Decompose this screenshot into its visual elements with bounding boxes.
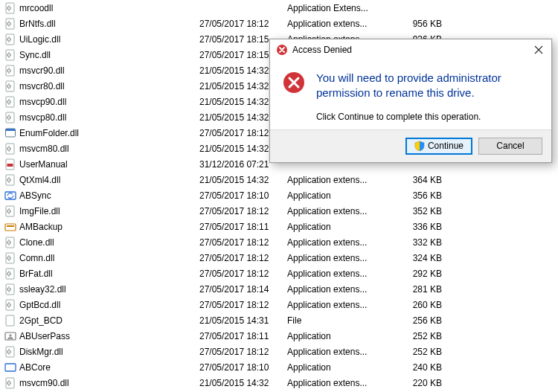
file-name-label: ABCore [19, 362, 51, 373]
file-name-label: ssleay32.dll [19, 284, 66, 295]
dll-icon [4, 65, 16, 77]
file-name-label: msvcm90.dll [19, 378, 69, 388]
close-icon[interactable] [532, 43, 545, 57]
file-name-label: ABSync [19, 190, 51, 201]
file-name-cell[interactable]: msvcp80.dll [4, 112, 199, 123]
dll-icon [4, 18, 16, 30]
continue-button[interactable]: Continue [405, 138, 472, 155]
file-name-cell[interactable]: AMBackup [4, 221, 199, 233]
file-name-label: AMBackup [19, 222, 62, 232]
file-row[interactable]: 2Gpt_BCD21/05/2015 14:31File256 KB [0, 312, 558, 328]
file-size-cell: 220 KB [396, 378, 442, 388]
file-name-cell[interactable]: ABSync [4, 190, 199, 202]
file-size-cell: 332 KB [396, 237, 442, 248]
file-name-cell[interactable]: BrNtfs.dll [4, 18, 199, 30]
pdf-icon [4, 158, 16, 170]
access-denied-dialog: Access Denied You will need to provide a… [269, 39, 552, 163]
file-row[interactable]: ABSync27/05/2017 18:10Application356 KB [0, 187, 558, 203]
file-row[interactable]: DiskMgr.dll27/05/2017 18:12Application e… [0, 344, 558, 359]
file-name-cell[interactable]: GptBcd.dll [4, 299, 199, 311]
file-name-cell[interactable]: ImgFile.dll [4, 205, 199, 217]
uac-shield-icon [414, 141, 425, 151]
dll-icon [4, 49, 16, 61]
file-name-label: ABUserPass [19, 331, 70, 341]
file-size-cell: 292 KB [396, 269, 442, 279]
file-name-cell[interactable]: BrFat.dll [4, 268, 199, 280]
file-row[interactable]: Clone.dll27/05/2017 18:12Application ext… [0, 234, 558, 250]
file-row[interactable]: ABUserPass27/05/2017 18:11Application252… [0, 328, 558, 344]
file-row[interactable]: BrFat.dll27/05/2017 18:12Application ext… [0, 266, 558, 281]
file-size-cell: 956 KB [396, 19, 442, 29]
file-type-cell: Application extens... [287, 269, 396, 279]
file-name-label: BrNtfs.dll [19, 19, 56, 29]
error-icon [276, 44, 288, 56]
file-size-cell: 240 KB [396, 362, 442, 373]
dll-icon [4, 268, 16, 280]
dll-icon [4, 252, 16, 264]
dll-icon [4, 33, 16, 45]
file-name-cell[interactable]: msvcm80.dll [4, 143, 199, 155]
file-name-label: 2Gpt_BCD [19, 315, 62, 326]
continue-button-label: Continue [428, 141, 464, 151]
file-name-label: DiskMgr.dll [19, 347, 63, 357]
file-name-cell[interactable]: Clone.dll [4, 237, 199, 248]
abcore-icon [4, 362, 16, 373]
file-type-cell: Application extens... [287, 175, 396, 185]
dll-icon [4, 80, 16, 92]
file-name-cell[interactable]: Sync.dll [4, 49, 199, 61]
ambackup-icon [4, 221, 16, 233]
file-row[interactable]: GptBcd.dll27/05/2017 18:12Application ex… [0, 297, 558, 312]
dialog-titlebar: Access Denied [270, 39, 551, 60]
app-icon [4, 127, 16, 139]
file-row[interactable]: AMBackup27/05/2017 18:11Application336 K… [0, 219, 558, 234]
file-date-cell: 21/05/2015 14:31 [199, 315, 287, 326]
error-icon [282, 71, 306, 94]
file-name-cell[interactable]: msvcr80.dll [4, 80, 199, 92]
file-name-cell[interactable]: 2Gpt_BCD [4, 315, 199, 327]
file-name-label: msvcm80.dll [19, 144, 69, 154]
file-row[interactable]: QtXml4.dll21/05/2015 14:32Application ex… [0, 172, 558, 187]
file-name-cell[interactable]: DiskMgr.dll [4, 346, 199, 358]
file-name-cell[interactable]: msvcr90.dll [4, 65, 199, 77]
file-name-cell[interactable]: msvcm90.dll [4, 377, 199, 389]
file-date-cell: 27/05/2017 18:12 [199, 19, 287, 29]
dialog-body: You will need to provide administrator p… [270, 60, 551, 129]
file-name-cell[interactable]: ABCore [4, 362, 199, 373]
file-name-cell[interactable]: UiLogic.dll [4, 33, 199, 45]
file-name-label: Sync.dll [19, 50, 51, 60]
file-name-label: msvcr80.dll [19, 81, 65, 91]
file-name-label: mrcoodll [19, 3, 53, 13]
file-name-cell[interactable]: mrcoodll [4, 2, 199, 14]
file-row[interactable]: mrcoodllApplication Extens... [0, 0, 558, 16]
file-row[interactable]: BrNtfs.dll27/05/2017 18:12Application ex… [0, 16, 558, 31]
file-date-cell: 27/05/2017 18:12 [199, 300, 287, 310]
file-size-cell: 336 KB [396, 222, 442, 232]
file-date-cell: 27/05/2017 18:11 [199, 331, 287, 341]
file-name-cell[interactable]: msvcp90.dll [4, 96, 199, 108]
file-name-label: Clone.dll [19, 237, 54, 248]
file-name-cell[interactable]: ABUserPass [4, 330, 199, 342]
dll-icon [4, 377, 16, 389]
file-row[interactable]: Comn.dll27/05/2017 18:12Application exte… [0, 250, 558, 266]
file-name-cell[interactable]: QtXml4.dll [4, 174, 199, 186]
file-name-cell[interactable]: ssleay32.dll [4, 283, 199, 295]
dialog-button-row: Continue Cancel [270, 129, 551, 162]
file-date-cell: 27/05/2017 18:12 [199, 206, 287, 216]
file-size-cell: 260 KB [396, 300, 442, 310]
file-row[interactable]: msvcm90.dll21/05/2015 14:32Application e… [0, 375, 558, 391]
dialog-headline: You will need to provide administrator p… [316, 71, 539, 101]
file-name-cell[interactable]: UserManual [4, 158, 199, 170]
file-type-cell: Application extens... [287, 19, 396, 29]
file-name-cell[interactable]: EnumFolder.dll [4, 127, 199, 139]
file-name-cell[interactable]: Comn.dll [4, 252, 199, 264]
dll-icon [4, 96, 16, 108]
file-name-label: msvcp80.dll [19, 112, 66, 123]
file-row[interactable]: ImgFile.dll27/05/2017 18:12Application e… [0, 203, 558, 219]
file-row[interactable]: ssleay32.dll27/05/2017 18:14Application … [0, 281, 558, 297]
file-size-cell: 364 KB [396, 175, 442, 185]
file-type-cell: Application [287, 331, 396, 341]
cancel-button[interactable]: Cancel [478, 138, 542, 155]
dll-icon [4, 283, 16, 295]
file-name-label: GptBcd.dll [19, 300, 60, 310]
file-row[interactable]: ABCore27/05/2017 18:10Application240 KB [0, 359, 558, 375]
